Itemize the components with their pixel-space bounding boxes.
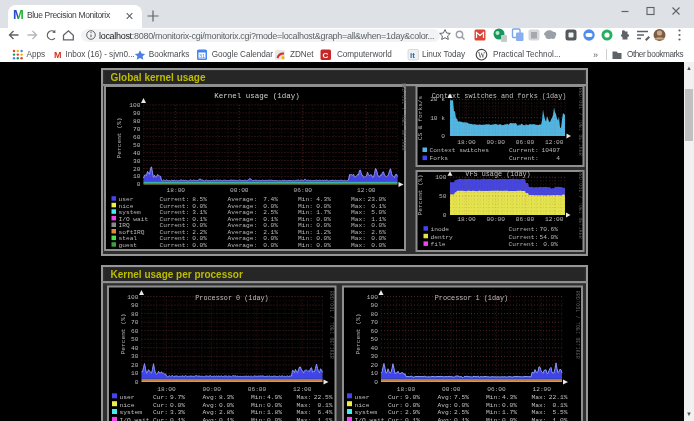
svg-text:Min:: Min: xyxy=(486,417,501,421)
svg-text:18:00: 18:00 xyxy=(457,216,476,223)
svg-text:2.8%: 2.8% xyxy=(219,409,234,416)
svg-text:00:00: 00:00 xyxy=(202,386,221,393)
svg-text:Kernel usage (1day): Kernel usage (1day) xyxy=(214,92,300,100)
svg-text:12:00: 12:00 xyxy=(545,216,564,223)
svg-text:70: 70 xyxy=(133,126,141,133)
svg-text:100: 100 xyxy=(129,102,140,109)
svg-text:RRDTOOL / TOBI OETIKER: RRDTOOL / TOBI OETIKER xyxy=(575,291,580,359)
svg-text:22.5%: 22.5% xyxy=(314,394,333,401)
svg-text:0: 0 xyxy=(441,133,445,140)
svg-text:Current:: Current: xyxy=(160,242,190,249)
svg-text:Max:: Max: xyxy=(351,242,366,249)
svg-text:I/O wait: I/O wait xyxy=(355,417,385,421)
svg-text:8.3%: 8.3% xyxy=(219,394,234,401)
svg-text:5.5%: 5.5% xyxy=(552,409,567,416)
svg-text:0: 0 xyxy=(374,379,378,386)
svg-text:30: 30 xyxy=(133,158,141,165)
svg-text:Avg:: Avg: xyxy=(438,409,453,416)
svg-text:0.0%: 0.0% xyxy=(267,417,282,421)
svg-text:54.0%: 54.0% xyxy=(539,234,558,241)
svg-text:0.0%: 0.0% xyxy=(502,402,517,409)
svg-text:80: 80 xyxy=(371,311,379,318)
svg-text:100: 100 xyxy=(127,294,138,301)
svg-text:Min:: Min: xyxy=(251,409,266,416)
svg-text:Percent (%): Percent (%) xyxy=(116,118,123,159)
svg-text:70: 70 xyxy=(131,319,139,326)
svg-text:4: 4 xyxy=(556,155,560,162)
svg-text:Percent (%): Percent (%) xyxy=(417,175,424,216)
svg-text:50: 50 xyxy=(133,142,141,149)
svg-text:Current:: Current: xyxy=(509,241,539,248)
svg-text:RRDTOOL / TOBI OETIKER: RRDTOOL / TOBI OETIKER xyxy=(401,83,406,151)
svg-text:Context switches and forks (1: Context switches and forks (1day) xyxy=(432,92,567,100)
svg-text:50: 50 xyxy=(371,336,379,343)
svg-text:0.0%: 0.0% xyxy=(405,402,420,409)
svg-text:Cur:: Cur: xyxy=(388,417,403,421)
svg-text:6.4%: 6.4% xyxy=(317,409,332,416)
svg-text:0.1%: 0.1% xyxy=(552,402,567,409)
svg-text:80: 80 xyxy=(131,311,139,318)
svg-text:4.9%: 4.9% xyxy=(267,394,282,401)
svg-text:Min:: Min: xyxy=(251,402,266,409)
svg-text:Max:: Max: xyxy=(532,417,547,421)
svg-text:30: 30 xyxy=(131,353,139,360)
svg-text:Avg:: Avg: xyxy=(203,409,218,416)
svg-text:1.8%: 1.8% xyxy=(267,409,282,416)
svg-text:Min:: Min: xyxy=(251,394,266,401)
svg-text:Max:: Max: xyxy=(532,402,547,409)
svg-text:06:00: 06:00 xyxy=(516,139,535,146)
svg-text:VFS usage (1day): VFS usage (1day) xyxy=(465,170,530,178)
svg-text:Cur:: Cur: xyxy=(388,402,403,409)
svg-text:0.0%: 0.0% xyxy=(454,402,469,409)
svg-text:Context switches: Context switches xyxy=(430,147,490,154)
svg-text:7.5%: 7.5% xyxy=(454,394,469,401)
svg-text:I/O wait: I/O wait xyxy=(120,417,150,421)
svg-text:RRDTOOL / TOBI OETIKER: RRDTOOL / TOBI OETIKER xyxy=(329,291,334,359)
svg-text:0.1%: 0.1% xyxy=(405,417,420,421)
svg-text:Average:: Average: xyxy=(228,242,258,249)
svg-text:80: 80 xyxy=(133,118,141,125)
svg-text:RRDTOOL / TOBI OETIKER: RRDTOOL / TOBI OETIKER xyxy=(578,171,583,239)
svg-text:Min:: Min: xyxy=(251,417,266,421)
svg-text:06:00: 06:00 xyxy=(248,386,267,393)
svg-text:Cur:: Cur: xyxy=(153,402,168,409)
svg-text:10: 10 xyxy=(133,173,141,180)
svg-text:0.0%: 0.0% xyxy=(267,402,282,409)
svg-text:20: 20 xyxy=(131,362,139,369)
svg-text:2.5%: 2.5% xyxy=(454,409,469,416)
svg-text:0.0%: 0.0% xyxy=(502,417,517,421)
svg-text:Cur:: Cur: xyxy=(153,394,168,401)
svg-text:Min:: Min: xyxy=(486,402,501,409)
svg-text:Min:: Min: xyxy=(486,394,501,401)
svg-text:60: 60 xyxy=(371,328,379,335)
svg-text:70.6%: 70.6% xyxy=(539,226,558,233)
svg-text:2.9%: 2.9% xyxy=(405,409,420,416)
svg-text:Max:: Max: xyxy=(297,402,312,409)
svg-text:RRDTOOL / TOBI OETIKER: RRDTOOL / TOBI OETIKER xyxy=(578,88,583,156)
svg-text:system: system xyxy=(120,409,143,416)
svg-text:18:00: 18:00 xyxy=(167,187,186,194)
svg-text:06:00: 06:00 xyxy=(294,187,313,194)
svg-text:Avg:: Avg: xyxy=(203,417,218,421)
svg-text:Kernel usage per processor: Kernel usage per processor xyxy=(111,269,243,280)
svg-text:20: 20 xyxy=(371,362,379,369)
svg-text:inode: inode xyxy=(431,226,450,233)
svg-text:Current:: Current: xyxy=(509,234,539,241)
svg-text:10: 10 xyxy=(131,370,139,377)
svg-text:00:00: 00:00 xyxy=(486,216,505,223)
svg-text:90: 90 xyxy=(133,110,141,117)
svg-text:12:00: 12:00 xyxy=(357,187,376,194)
svg-text:60: 60 xyxy=(133,134,141,141)
svg-text:100: 100 xyxy=(435,174,446,181)
svg-text:30: 30 xyxy=(371,353,379,360)
svg-text:Min:: Min: xyxy=(486,409,501,416)
svg-text:nice: nice xyxy=(355,402,370,409)
svg-text:guest: guest xyxy=(119,242,138,249)
svg-text:9.7%: 9.7% xyxy=(170,394,185,401)
svg-text:Cur:: Cur: xyxy=(388,409,403,416)
svg-text:user: user xyxy=(120,394,135,401)
svg-text:18:00: 18:00 xyxy=(397,386,416,393)
svg-text:CS & forks/s: CS & forks/s xyxy=(417,95,424,140)
svg-text:50: 50 xyxy=(439,193,447,200)
svg-text:12:00: 12:00 xyxy=(545,139,564,146)
